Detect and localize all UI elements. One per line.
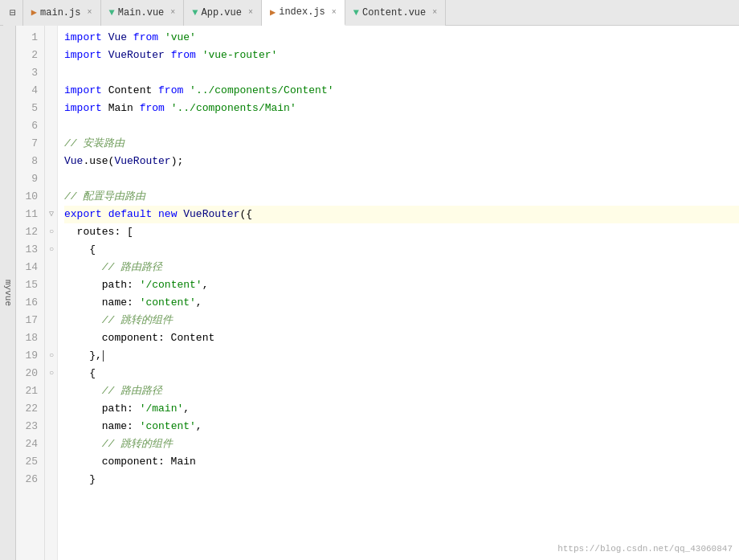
tab-toggle[interactable]: ⊟ [3,0,23,26]
code-line-9 [64,170,739,188]
tab-index-js[interactable]: ▶ index.js × [262,0,345,26]
code-line-19: }, [64,347,739,365]
fold-5 [45,100,58,117]
code-line-18: component: Content [64,329,739,347]
fold-8 [45,153,58,170]
tab-vue-icon-3: ▼ [353,7,359,18]
fold-24 [45,435,58,453]
fold-25 [45,453,58,471]
tab-main-vue-label: Main.vue [118,7,165,18]
code-line-22: path: '/main', [64,400,739,418]
editor-container: ⊟ ▶ main.js × ▼ Main.vue × ▼ App.vue × ▶… [0,0,739,560]
fold-15 [45,276,58,294]
code-line-17: // 跳转的组件 [64,312,739,329]
code-line-5: import Main from '../components/Main' [64,100,739,117]
tab-main-js-close[interactable]: × [87,8,92,17]
fold-17 [45,312,58,329]
fold-14 [45,259,58,276]
fold-13[interactable]: ○ [45,241,58,259]
sidebar-label: myvue [0,26,16,560]
fold-4 [45,82,58,100]
tab-index-js-close[interactable]: × [332,8,337,17]
code-line-14: // 路由路径 [64,259,739,276]
tab-app-vue[interactable]: ▼ App.vue × [184,0,262,26]
code-line-8: Vue.use(VueRouter); [64,153,739,170]
code-line-11: export default new VueRouter({ [64,206,739,223]
code-lines[interactable]: import Vue from 'vue' import VueRouter f… [58,26,739,560]
code-line-16: name: 'content', [64,294,739,312]
fold-1 [45,29,58,47]
tab-content-vue-label: Content.vue [362,7,426,18]
line-numbers: 12345 678910 1112131415 1617181920 21222… [16,26,45,560]
code-line-12: routes: [ [64,223,739,241]
code-line-3 [64,64,739,82]
fold-10 [45,188,58,206]
code-line-1: import Vue from 'vue' [64,29,739,47]
fold-11[interactable]: ▽ [45,206,58,223]
fold-22 [45,400,58,418]
code-area: myvue 12345 678910 1112131415 1617181920… [0,26,739,560]
text-cursor [103,350,104,362]
tab-app-vue-label: App.vue [202,7,242,18]
tab-main-vue-close[interactable]: × [170,8,175,17]
code-line-24: // 跳转的组件 [64,435,739,453]
fold-18 [45,329,58,347]
fold-6 [45,117,58,135]
tab-main-js-label: main.js [40,7,80,18]
tab-content-vue[interactable]: ▼ Content.vue × [345,0,446,26]
fold-2 [45,47,58,64]
code-line-10: // 配置导由路由 [64,188,739,206]
tab-app-vue-close[interactable]: × [248,8,253,17]
tab-vue-icon-2: ▼ [192,7,198,18]
tab-content-vue-close[interactable]: × [432,8,437,17]
code-line-20: { [64,365,739,382]
code-line-23: name: 'content', [64,418,739,435]
code-line-15: path: '/content', [64,276,739,294]
tab-main-js[interactable]: ▶ main.js × [23,0,101,26]
fold-7 [45,135,58,153]
code-line-25: component: Main [64,453,739,471]
code-line-21: // 路由路径 [64,382,739,400]
fold-16 [45,294,58,312]
code-line-4: import Content from '../components/Conte… [64,82,739,100]
fold-12[interactable]: ○ [45,223,58,241]
fold-20[interactable]: ○ [45,365,58,382]
fold-23 [45,418,58,435]
fold-26 [45,471,58,488]
tab-main-vue[interactable]: ▼ Main.vue × [101,0,185,26]
tab-index-js-label: index.js [279,6,325,18]
code-line-13: { [64,241,739,259]
tab-js-icon-2: ▶ [270,6,276,18]
fold-3 [45,64,58,82]
tab-js-icon: ▶ [31,6,37,18]
tab-bar: ⊟ ▶ main.js × ▼ Main.vue × ▼ App.vue × ▶… [0,0,739,26]
code-line-6 [64,117,739,135]
code-line-26: } [64,471,739,488]
fold-21 [45,382,58,400]
tab-vue-icon-1: ▼ [109,7,115,18]
code-line-7: // 安装路由 [64,135,739,153]
fold-19[interactable]: ○ [45,347,58,365]
fold-9 [45,170,58,188]
code-line-2: import VueRouter from 'vue-router' [64,47,739,64]
fold-area: ▽ ○ ○ ○ ○ [45,26,58,560]
